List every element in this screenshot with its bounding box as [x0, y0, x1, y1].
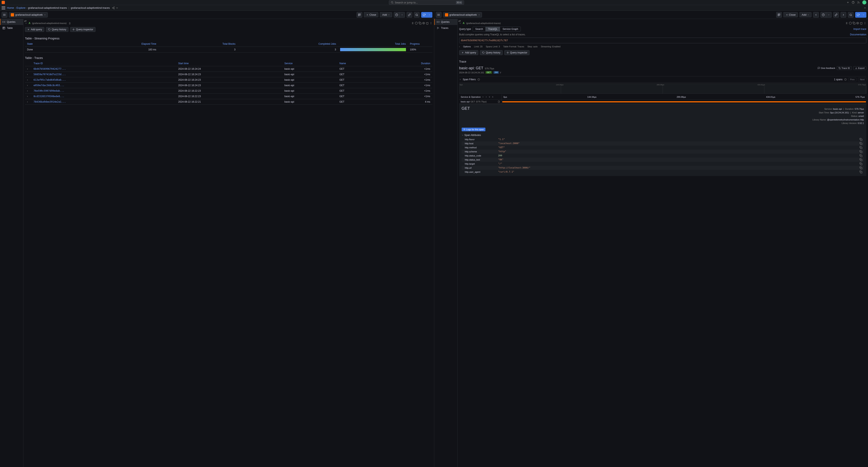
eye-icon[interactable]: [856, 22, 859, 25]
info-icon[interactable]: [477, 78, 480, 81]
drag-handle-icon[interactable]: [411, 22, 414, 25]
menu-toggle-icon[interactable]: [2, 6, 5, 9]
run-interval-dropdown[interactable]: [427, 12, 432, 18]
time-picker-dropdown[interactable]: [399, 12, 405, 18]
trace-row[interactable]: › 8cd33285370508ede8... 2024-08-22 16:22…: [25, 94, 432, 99]
expand-row-icon[interactable]: ›: [27, 95, 29, 98]
close-pane-button[interactable]: Close: [364, 12, 378, 17]
copy-icon[interactable]: [860, 170, 862, 173]
import-trace-link[interactable]: Import trace: [854, 28, 866, 30]
log-icon[interactable]: [498, 101, 500, 103]
trace-row[interactable]: › 6b447b5699670424277... 2024-08-22 16:2…: [25, 66, 432, 72]
span-attributes-header[interactable]: Span Attributes: [462, 133, 864, 137]
add-to-dashboard-button[interactable]: [776, 12, 782, 18]
span-filters-label[interactable]: Span Filters: [463, 78, 476, 81]
add-pane-button[interactable]: Add: [380, 12, 392, 17]
next-span-button[interactable]: Next: [858, 77, 866, 81]
news-icon[interactable]: [857, 1, 860, 4]
expand-all-icon[interactable]: [489, 96, 491, 98]
grafana-logo-icon[interactable]: [2, 1, 5, 4]
eye-icon[interactable]: [422, 22, 425, 25]
info-icon[interactable]: [844, 78, 847, 81]
span-row[interactable]: basic-api GET (579.79µs): [459, 100, 867, 104]
more-icon[interactable]: [864, 22, 866, 25]
toggle-icon[interactable]: [415, 22, 418, 25]
query-history-button[interactable]: Query history: [480, 50, 502, 55]
add-query-button[interactable]: Add query: [25, 27, 44, 32]
tab-service-graph[interactable]: Service Graph: [500, 27, 521, 31]
run-query-button[interactable]: [421, 12, 427, 18]
breadcrumb-home[interactable]: Home: [7, 6, 14, 9]
run-interval-dropdown[interactable]: [861, 12, 866, 18]
trace-row[interactable]: › 56859a707418d7a133d... 2024-08-22 16:2…: [25, 72, 432, 77]
zoom-out-button[interactable]: [414, 12, 420, 18]
side-tab-table[interactable]: Table: [0, 25, 23, 31]
col-elapsed[interactable]: Elapsed Time: [71, 41, 158, 47]
query-inspector-button[interactable]: Query inspector: [504, 50, 530, 55]
copy-icon[interactable]: [860, 138, 862, 141]
query-history-button[interactable]: Query history: [46, 27, 68, 32]
chevron-right-icon[interactable]: [459, 79, 461, 81]
trash-icon[interactable]: [426, 22, 429, 25]
side-tab-queries[interactable]: Queries: [0, 19, 23, 25]
trace-row[interactable]: › 76e590c5907d99edab... 2024-08-22 16:22…: [25, 88, 432, 94]
expand-row-icon[interactable]: ›: [27, 84, 29, 87]
chevron-right-icon[interactable]: ›: [459, 45, 460, 48]
logs-for-span-button[interactable]: Logs for this span: [462, 128, 486, 131]
trash-icon[interactable]: [860, 22, 863, 25]
trace-id-link[interactable]: 76e590c5907d99edab...: [33, 89, 64, 92]
col-total[interactable]: Total Jobs: [338, 41, 408, 47]
col-service[interactable]: Service: [282, 61, 338, 66]
add-to-dashboard-button[interactable]: [356, 12, 362, 18]
run-query-button[interactable]: [855, 12, 861, 18]
query-inspector-button[interactable]: Query inspector: [70, 27, 95, 32]
col-progress[interactable]: Progress: [408, 41, 432, 47]
copy-icon[interactable]: [860, 166, 862, 169]
col-name[interactable]: Name: [338, 61, 379, 66]
duplicate-icon[interactable]: [418, 22, 422, 25]
nav-back-button[interactable]: [813, 12, 819, 18]
trace-id-link[interactable]: e050e7dac568c8c493...: [33, 84, 64, 87]
col-completed[interactable]: Completed Jobs: [238, 41, 338, 47]
time-picker-dropdown[interactable]: [826, 12, 832, 18]
trace-id-link[interactable]: 6b447b5699670424277...: [33, 67, 66, 70]
expand-row-icon[interactable]: ›: [27, 89, 29, 92]
expand-row-icon[interactable]: ›: [27, 100, 29, 103]
share-icon[interactable]: [112, 6, 115, 9]
chevron-down-icon[interactable]: [482, 96, 484, 98]
chevron-up-icon[interactable]: [864, 6, 866, 9]
trace-id-link[interactable]: 78436ba9dee3914e2a1...: [33, 100, 66, 103]
expand-row-icon[interactable]: ›: [27, 67, 29, 70]
col-start-time[interactable]: Start time: [176, 61, 282, 66]
traceql-input[interactable]: 6b447b569967024277cfed0b2d2fc787: [459, 38, 867, 43]
copy-link-button[interactable]: [833, 12, 839, 18]
tab-traceql[interactable]: TraceQL: [486, 27, 500, 31]
duplicate-icon[interactable]: [852, 22, 856, 25]
copy-link-button[interactable]: [407, 12, 412, 18]
datasource-picker-left[interactable]: grafanacloud-adaptivek: [9, 12, 48, 18]
add-pane-button[interactable]: Add: [800, 12, 811, 17]
drag-handle-icon[interactable]: [845, 22, 848, 25]
side-tab-queries[interactable]: Queries: [434, 19, 457, 25]
options-label[interactable]: Options: [463, 45, 471, 48]
copy-icon[interactable]: [860, 162, 862, 165]
trace-row[interactable]: › 613af05c7abd645d6ab... 2024-08-22 16:2…: [25, 77, 432, 83]
chevron-down-icon[interactable]: [116, 6, 119, 9]
side-tab-traces[interactable]: Traces: [434, 25, 457, 31]
col-state[interactable]: State: [25, 41, 71, 47]
span-bar[interactable]: [502, 101, 866, 102]
collapse-all-icon[interactable]: [492, 96, 494, 98]
outline-toggle-button[interactable]: [436, 12, 441, 18]
trace-id-button[interactable]: Trace ID: [837, 66, 852, 70]
chevron-right-icon[interactable]: [485, 96, 487, 98]
trace-row[interactable]: › 78436ba9dee3914e2a1... 2024-08-22 16:2…: [25, 99, 432, 105]
trace-row[interactable]: › e050e7dac568c8c493... 2024-08-22 16:24…: [25, 83, 432, 88]
more-icon[interactable]: [430, 22, 432, 25]
nav-forward-button[interactable]: [841, 12, 846, 18]
toggle-icon[interactable]: [849, 22, 852, 25]
time-picker-button[interactable]: [394, 12, 399, 18]
tab-search[interactable]: Search: [473, 27, 486, 31]
trace-minimap[interactable]: 0µs144.94µs289.88µs434.81µs579.75µs: [459, 84, 867, 94]
copy-icon[interactable]: [860, 142, 862, 145]
expand-row-icon[interactable]: ›: [27, 79, 29, 81]
